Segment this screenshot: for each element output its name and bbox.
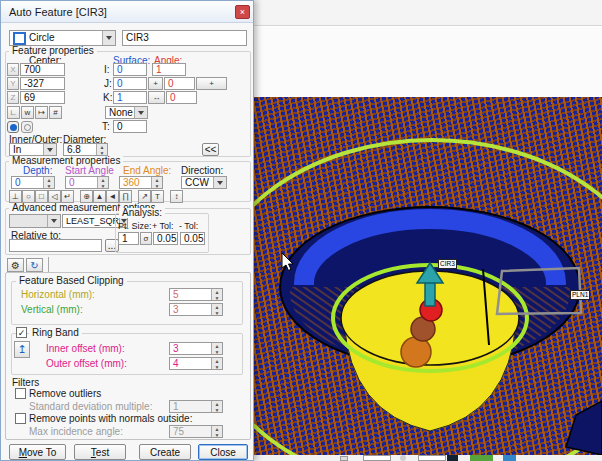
angle-k-field[interactable]: 0 (166, 91, 197, 104)
x-axis-button[interactable]: X (7, 63, 19, 76)
blue-dot-icon (10, 124, 17, 131)
minus-tol-field[interactable]: 0.05 (180, 232, 205, 245)
chevron-down-icon (47, 215, 60, 227)
grid-icon-button[interactable]: # (49, 106, 62, 119)
gear-icon: ⚙ (11, 260, 20, 271)
surface-j-field[interactable]: 0 (113, 77, 147, 90)
inner-offset-label: Inner offset (mm): (46, 344, 125, 354)
center-z-field[interactable]: 69 (20, 91, 65, 104)
center-x-field[interactable]: 700 (20, 63, 65, 76)
status-strip-field[interactable] (363, 455, 391, 461)
t-field[interactable]: 0 (113, 120, 147, 133)
dialog-title: Auto Feature [CIR3] (9, 7, 107, 17)
probe-settings-tab[interactable]: ⚙ (7, 258, 24, 272)
close-icon[interactable]: × (235, 5, 250, 19)
surface-k-field[interactable]: 1 (113, 91, 147, 104)
rescan-tab[interactable]: ↻ (26, 258, 43, 272)
spinner-buttons[interactable]: ▲▼ (97, 177, 108, 188)
angle-i-field[interactable]: 1 (152, 63, 186, 76)
updown-icon-button[interactable]: ↕ (170, 190, 183, 203)
tab-separator (48, 257, 49, 272)
spinner-buttons[interactable]: ▲▼ (211, 401, 222, 412)
crosshair-icon-button[interactable]: + (148, 77, 163, 90)
create-button[interactable]: Create (139, 444, 191, 460)
offset-direction-icon-button[interactable]: ↥ (14, 341, 30, 358)
plus-tol-label: + Tol: (152, 221, 174, 231)
start-angle-spinner[interactable]: 0▲▼ (65, 176, 109, 189)
feature-type-combo[interactable]: Circle (9, 30, 116, 46)
workplane-icon-button[interactable]: w (21, 106, 34, 119)
model-corner-patch (566, 401, 602, 455)
remove-normals-checkbox[interactable] (15, 413, 26, 424)
ring-band-checkbox[interactable]: ✓ (16, 327, 27, 338)
incidence-label: Max incidence angle: (29, 427, 123, 437)
disabled-combo[interactable] (9, 214, 61, 228)
gray-ring-icon (24, 124, 31, 131)
spinner-buttons[interactable]: ▲▼ (211, 289, 222, 300)
chevron-down-icon (43, 144, 56, 155)
status-strip-knob[interactable] (400, 455, 406, 461)
stddev-spinner[interactable]: 1▲▼ (169, 400, 223, 413)
z-axis-button[interactable]: Z (7, 91, 19, 104)
y-axis-button[interactable]: Y (7, 77, 19, 90)
flip-vector-icon-button[interactable]: ↔ (148, 91, 165, 104)
crosshair-wide-icon-button[interactable]: + (196, 77, 227, 90)
sigma-icon-button[interactable]: σ (140, 232, 152, 245)
center-y-field[interactable]: -327 (20, 77, 65, 90)
feature-tag-cir3[interactable]: CIR3 (438, 259, 457, 269)
circular-arrow-icon: ↻ (30, 260, 38, 271)
plus-tol-field[interactable]: 0.05 (153, 232, 178, 245)
cad-scene (254, 97, 602, 455)
chevron-down-icon (102, 31, 115, 45)
status-strip-item[interactable] (340, 456, 348, 461)
point-mode-radio-off[interactable] (21, 121, 33, 133)
chevron-down-icon (134, 107, 147, 118)
vertical-spinner[interactable]: 3▲▼ (169, 303, 223, 316)
spinner-buttons[interactable]: ▲▼ (211, 304, 222, 315)
point-mode-radio-on[interactable] (7, 121, 19, 133)
status-strip-button-navy[interactable] (447, 455, 458, 461)
end-angle-spinner[interactable]: 360▲▼ (119, 176, 163, 189)
polar-mode-icon-button[interactable]: ∟ (7, 106, 20, 119)
vertical-label: Vertical (mm): (21, 305, 83, 315)
outer-offset-label: Outer offset (mm): (46, 359, 127, 369)
status-strip-field[interactable] (418, 455, 446, 461)
collapse-button[interactable]: << (202, 143, 219, 156)
filters-label: Filters (9, 378, 42, 388)
feature-name-input[interactable]: CIR3 (122, 30, 247, 46)
depth-spinner[interactable]: 0▲▼ (11, 176, 55, 189)
angle-j-field[interactable]: 0 (164, 77, 195, 90)
relative-to-field[interactable] (9, 239, 102, 252)
minus-tol-label: - Tol: (179, 221, 198, 231)
outer-offset-spinner[interactable]: 4▲▼ (169, 357, 223, 370)
spinner-buttons[interactable]: ▲▼ (211, 343, 222, 354)
inner-offset-spinner[interactable]: 3▲▼ (169, 342, 223, 355)
dialog-titlebar[interactable]: Auto Feature [CIR3] (1, 1, 253, 23)
remove-outliers-checkbox[interactable] (15, 388, 26, 399)
app-blank-area (254, 27, 602, 97)
clipping-label: Feature Based Clipping (16, 276, 127, 286)
surface-i-field[interactable]: 0 (113, 63, 147, 76)
spinner-buttons[interactable]: ▲▼ (151, 177, 162, 188)
sensor-combo[interactable]: None (105, 106, 148, 119)
incidence-spinner[interactable]: 75▲▼ (169, 425, 223, 438)
horizontal-spinner[interactable]: 5▲▼ (169, 288, 223, 301)
distance-icon-button[interactable]: ↦ (35, 106, 48, 119)
remove-outliers-label: Remove outliers (29, 389, 101, 399)
spinner-buttons[interactable]: ▲▼ (96, 144, 107, 155)
direction-combo[interactable]: CCW (181, 176, 227, 189)
close-button[interactable]: Close (198, 444, 248, 460)
spinner-buttons[interactable]: ▲▼ (211, 426, 222, 437)
t-label: T: (102, 122, 110, 132)
move-to-button[interactable]: Move To (9, 444, 66, 460)
spinner-buttons[interactable]: ▲▼ (211, 358, 222, 369)
pt-size-field[interactable]: 1 (118, 232, 139, 245)
spinner-buttons[interactable]: ▲▼ (43, 177, 54, 188)
start-angle-label: Start Angle (65, 166, 114, 176)
status-strip-button-green[interactable] (470, 455, 493, 461)
test-button[interactable]: Test (74, 444, 126, 460)
graphics-viewport[interactable]: CIR3 PLN1 (254, 97, 602, 455)
status-strip-button-blue[interactable] (503, 455, 516, 461)
up-arrow-icon: ↥ (17, 343, 26, 356)
feature-tag-pln1[interactable]: PLN1 (570, 290, 590, 300)
